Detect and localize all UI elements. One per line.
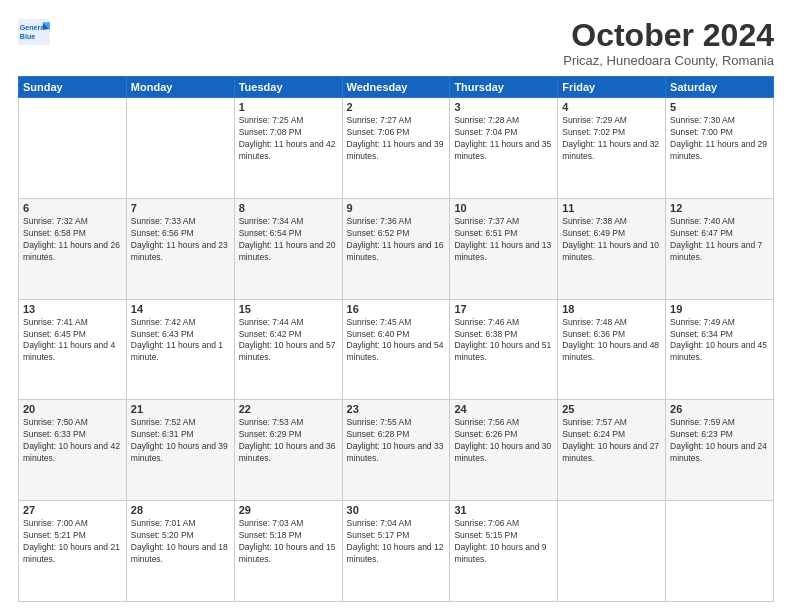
day-number: 16: [347, 303, 446, 315]
calendar-day-cell: [19, 98, 127, 199]
day-detail: Sunrise: 7:04 AM Sunset: 5:17 PM Dayligh…: [347, 518, 446, 566]
calendar-day-cell: 2Sunrise: 7:27 AM Sunset: 7:06 PM Daylig…: [342, 98, 450, 199]
calendar-day-cell: 23Sunrise: 7:55 AM Sunset: 6:28 PM Dayli…: [342, 400, 450, 501]
svg-text:General: General: [20, 24, 47, 32]
day-detail: Sunrise: 7:38 AM Sunset: 6:49 PM Dayligh…: [562, 216, 661, 264]
calendar-day-cell: 25Sunrise: 7:57 AM Sunset: 6:24 PM Dayli…: [558, 400, 666, 501]
day-number: 3: [454, 101, 553, 113]
calendar-day-cell: 31Sunrise: 7:06 AM Sunset: 5:15 PM Dayli…: [450, 501, 558, 602]
day-number: 28: [131, 504, 230, 516]
day-detail: Sunrise: 7:44 AM Sunset: 6:42 PM Dayligh…: [239, 317, 338, 365]
calendar-day-cell: 6Sunrise: 7:32 AM Sunset: 6:58 PM Daylig…: [19, 198, 127, 299]
calendar-day-cell: 24Sunrise: 7:56 AM Sunset: 6:26 PM Dayli…: [450, 400, 558, 501]
day-detail: Sunrise: 7:28 AM Sunset: 7:04 PM Dayligh…: [454, 115, 553, 163]
day-number: 22: [239, 403, 338, 415]
calendar-day-cell: 14Sunrise: 7:42 AM Sunset: 6:43 PM Dayli…: [126, 299, 234, 400]
day-number: 25: [562, 403, 661, 415]
day-number: 27: [23, 504, 122, 516]
day-detail: Sunrise: 7:50 AM Sunset: 6:33 PM Dayligh…: [23, 417, 122, 465]
day-detail: Sunrise: 7:06 AM Sunset: 5:15 PM Dayligh…: [454, 518, 553, 566]
day-detail: Sunrise: 7:25 AM Sunset: 7:08 PM Dayligh…: [239, 115, 338, 163]
calendar-week-row: 13Sunrise: 7:41 AM Sunset: 6:45 PM Dayli…: [19, 299, 774, 400]
day-detail: Sunrise: 7:03 AM Sunset: 5:18 PM Dayligh…: [239, 518, 338, 566]
day-detail: Sunrise: 7:29 AM Sunset: 7:02 PM Dayligh…: [562, 115, 661, 163]
calendar-day-cell: [558, 501, 666, 602]
calendar-header-thursday: Thursday: [450, 77, 558, 98]
day-detail: Sunrise: 7:34 AM Sunset: 6:54 PM Dayligh…: [239, 216, 338, 264]
calendar-day-cell: 15Sunrise: 7:44 AM Sunset: 6:42 PM Dayli…: [234, 299, 342, 400]
calendar-week-row: 1Sunrise: 7:25 AM Sunset: 7:08 PM Daylig…: [19, 98, 774, 199]
day-detail: Sunrise: 7:57 AM Sunset: 6:24 PM Dayligh…: [562, 417, 661, 465]
calendar-header-monday: Monday: [126, 77, 234, 98]
calendar-day-cell: 11Sunrise: 7:38 AM Sunset: 6:49 PM Dayli…: [558, 198, 666, 299]
calendar-day-cell: 12Sunrise: 7:40 AM Sunset: 6:47 PM Dayli…: [666, 198, 774, 299]
calendar-day-cell: 29Sunrise: 7:03 AM Sunset: 5:18 PM Dayli…: [234, 501, 342, 602]
calendar-day-cell: 16Sunrise: 7:45 AM Sunset: 6:40 PM Dayli…: [342, 299, 450, 400]
calendar-day-cell: 21Sunrise: 7:52 AM Sunset: 6:31 PM Dayli…: [126, 400, 234, 501]
calendar-day-cell: 13Sunrise: 7:41 AM Sunset: 6:45 PM Dayli…: [19, 299, 127, 400]
calendar-day-cell: 4Sunrise: 7:29 AM Sunset: 7:02 PM Daylig…: [558, 98, 666, 199]
calendar-table: SundayMondayTuesdayWednesdayThursdayFrid…: [18, 76, 774, 602]
day-number: 12: [670, 202, 769, 214]
calendar-day-cell: 3Sunrise: 7:28 AM Sunset: 7:04 PM Daylig…: [450, 98, 558, 199]
calendar-day-cell: 26Sunrise: 7:59 AM Sunset: 6:23 PM Dayli…: [666, 400, 774, 501]
calendar-day-cell: 22Sunrise: 7:53 AM Sunset: 6:29 PM Dayli…: [234, 400, 342, 501]
header: General Blue October 2024 Pricaz, Hunedo…: [18, 18, 774, 68]
day-detail: Sunrise: 7:37 AM Sunset: 6:51 PM Dayligh…: [454, 216, 553, 264]
day-detail: Sunrise: 7:53 AM Sunset: 6:29 PM Dayligh…: [239, 417, 338, 465]
calendar-day-cell: 10Sunrise: 7:37 AM Sunset: 6:51 PM Dayli…: [450, 198, 558, 299]
day-detail: Sunrise: 7:36 AM Sunset: 6:52 PM Dayligh…: [347, 216, 446, 264]
day-number: 2: [347, 101, 446, 113]
calendar-day-cell: 7Sunrise: 7:33 AM Sunset: 6:56 PM Daylig…: [126, 198, 234, 299]
calendar-header-wednesday: Wednesday: [342, 77, 450, 98]
calendar-week-row: 27Sunrise: 7:00 AM Sunset: 5:21 PM Dayli…: [19, 501, 774, 602]
day-number: 17: [454, 303, 553, 315]
calendar-header-friday: Friday: [558, 77, 666, 98]
day-detail: Sunrise: 7:48 AM Sunset: 6:36 PM Dayligh…: [562, 317, 661, 365]
calendar-day-cell: [666, 501, 774, 602]
day-detail: Sunrise: 7:56 AM Sunset: 6:26 PM Dayligh…: [454, 417, 553, 465]
day-detail: Sunrise: 7:46 AM Sunset: 6:38 PM Dayligh…: [454, 317, 553, 365]
calendar-day-cell: 28Sunrise: 7:01 AM Sunset: 5:20 PM Dayli…: [126, 501, 234, 602]
day-detail: Sunrise: 7:01 AM Sunset: 5:20 PM Dayligh…: [131, 518, 230, 566]
calendar-day-cell: 17Sunrise: 7:46 AM Sunset: 6:38 PM Dayli…: [450, 299, 558, 400]
day-number: 20: [23, 403, 122, 415]
day-number: 5: [670, 101, 769, 113]
day-number: 18: [562, 303, 661, 315]
calendar-day-cell: 5Sunrise: 7:30 AM Sunset: 7:00 PM Daylig…: [666, 98, 774, 199]
day-detail: Sunrise: 7:40 AM Sunset: 6:47 PM Dayligh…: [670, 216, 769, 264]
calendar-day-cell: 20Sunrise: 7:50 AM Sunset: 6:33 PM Dayli…: [19, 400, 127, 501]
day-number: 19: [670, 303, 769, 315]
calendar-day-cell: 30Sunrise: 7:04 AM Sunset: 5:17 PM Dayli…: [342, 501, 450, 602]
calendar-day-cell: 9Sunrise: 7:36 AM Sunset: 6:52 PM Daylig…: [342, 198, 450, 299]
day-detail: Sunrise: 7:33 AM Sunset: 6:56 PM Dayligh…: [131, 216, 230, 264]
calendar-day-cell: [126, 98, 234, 199]
day-number: 14: [131, 303, 230, 315]
day-detail: Sunrise: 7:52 AM Sunset: 6:31 PM Dayligh…: [131, 417, 230, 465]
day-number: 10: [454, 202, 553, 214]
day-number: 15: [239, 303, 338, 315]
title-block: October 2024 Pricaz, Hunedoara County, R…: [563, 18, 774, 68]
calendar-week-row: 6Sunrise: 7:32 AM Sunset: 6:58 PM Daylig…: [19, 198, 774, 299]
calendar-week-row: 20Sunrise: 7:50 AM Sunset: 6:33 PM Dayli…: [19, 400, 774, 501]
calendar-day-cell: 8Sunrise: 7:34 AM Sunset: 6:54 PM Daylig…: [234, 198, 342, 299]
day-number: 1: [239, 101, 338, 113]
day-number: 31: [454, 504, 553, 516]
day-detail: Sunrise: 7:49 AM Sunset: 6:34 PM Dayligh…: [670, 317, 769, 365]
logo-icon: General Blue: [18, 18, 50, 46]
month-title: October 2024: [563, 18, 774, 53]
day-detail: Sunrise: 7:27 AM Sunset: 7:06 PM Dayligh…: [347, 115, 446, 163]
day-number: 7: [131, 202, 230, 214]
day-number: 21: [131, 403, 230, 415]
calendar-day-cell: 18Sunrise: 7:48 AM Sunset: 6:36 PM Dayli…: [558, 299, 666, 400]
day-detail: Sunrise: 7:41 AM Sunset: 6:45 PM Dayligh…: [23, 317, 122, 365]
calendar-header-tuesday: Tuesday: [234, 77, 342, 98]
calendar-header-sunday: Sunday: [19, 77, 127, 98]
day-detail: Sunrise: 7:55 AM Sunset: 6:28 PM Dayligh…: [347, 417, 446, 465]
day-number: 4: [562, 101, 661, 113]
page: General Blue October 2024 Pricaz, Hunedo…: [0, 0, 792, 612]
day-number: 9: [347, 202, 446, 214]
day-detail: Sunrise: 7:32 AM Sunset: 6:58 PM Dayligh…: [23, 216, 122, 264]
day-detail: Sunrise: 7:45 AM Sunset: 6:40 PM Dayligh…: [347, 317, 446, 365]
day-number: 13: [23, 303, 122, 315]
